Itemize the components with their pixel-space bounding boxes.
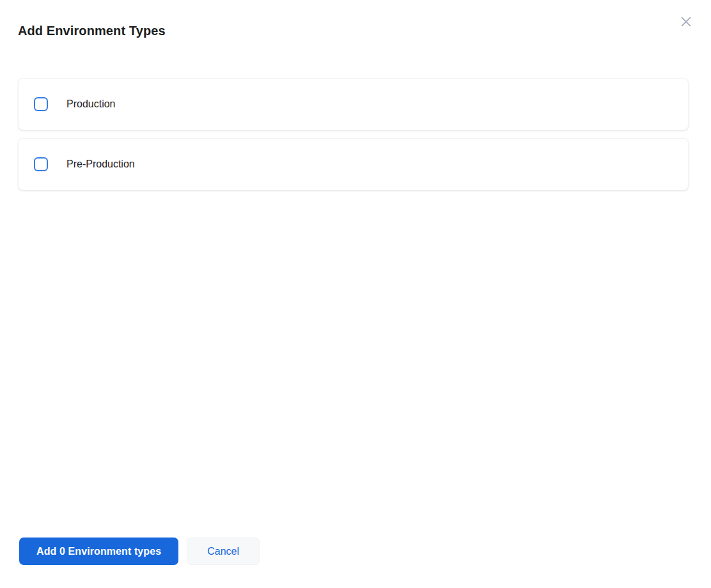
add-environment-types-modal: Add Environment Types Production Pre-Pro… — [0, 0, 711, 588]
add-environment-types-button[interactable]: Add 0 Environment types — [19, 538, 178, 565]
modal-title: Add Environment Types — [18, 23, 693, 38]
environment-type-label: Production — [66, 97, 116, 111]
modal-footer: Add 0 Environment types Cancel — [19, 538, 260, 565]
environment-type-list: Production Pre-Production — [18, 78, 689, 198]
environment-type-label: Pre-Production — [66, 157, 135, 171]
close-button[interactable] — [677, 13, 695, 31]
environment-type-row-pre-production[interactable]: Pre-Production — [18, 138, 689, 190]
cancel-button[interactable]: Cancel — [187, 538, 260, 565]
close-icon — [679, 15, 693, 29]
environment-type-row-production[interactable]: Production — [18, 78, 689, 130]
modal-header: Add Environment Types — [18, 23, 693, 38]
production-checkbox[interactable] — [34, 97, 48, 111]
pre-production-checkbox[interactable] — [34, 157, 48, 171]
